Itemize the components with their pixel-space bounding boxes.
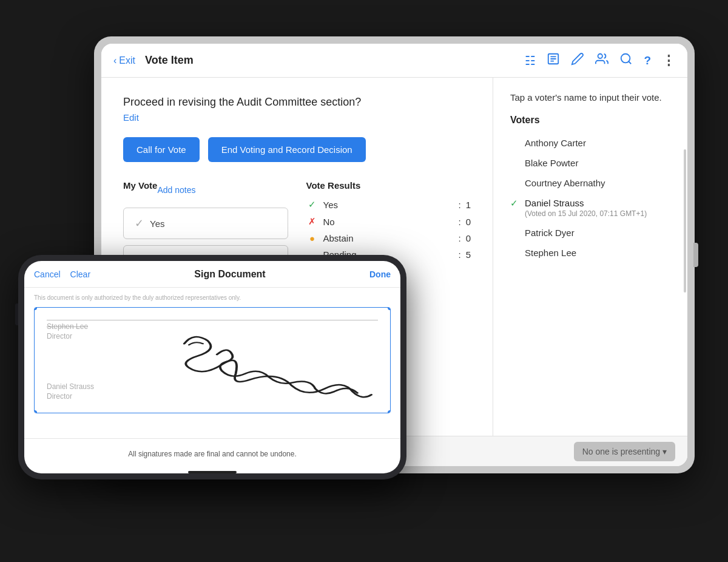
clear-button[interactable]: Clear (70, 269, 90, 279)
no-count: 0 (466, 217, 471, 227)
right-panel: Tap a voter's name to input their vote. … (493, 78, 687, 436)
my-vote-label: My Vote (123, 180, 157, 191)
svg-point-4 (598, 54, 602, 58)
chevron-left-icon: ‹ (113, 55, 116, 66)
abstain-count: 0 (466, 233, 471, 243)
phone-footer-text: All signatures made are final and cannot… (128, 450, 297, 458)
scrollbar (684, 149, 686, 293)
action-buttons: Call for Vote End Voting and Record Deci… (123, 137, 471, 162)
question-text: Proceed in revising the Audit Committee … (123, 96, 471, 109)
voter-name: Blake Powter (525, 158, 578, 168)
voter-name: Stephen Lee (525, 248, 576, 258)
call-for-vote-button[interactable]: Call for Vote (123, 137, 200, 162)
voter-item-stephen[interactable]: Stephen Lee (510, 243, 670, 263)
yes-result-label: Yes (323, 200, 454, 210)
result-abstain: ● Abstain : 0 (306, 233, 471, 243)
phone-footer: All signatures made are final and cannot… (24, 438, 400, 469)
phone-screen: Cancel Clear Sign Document Done This doc… (24, 261, 400, 473)
users-icon[interactable] (595, 52, 608, 69)
phone-disclaimer: This document is only authorized by the … (34, 294, 391, 302)
svg-point-5 (621, 54, 630, 63)
result-no: ✗ No : 0 (306, 216, 471, 227)
help-icon[interactable]: ? (644, 54, 651, 67)
pencil-icon[interactable] (571, 52, 584, 69)
voters-label: Voters (510, 115, 670, 126)
phone-device: Cancel Clear Sign Document Done This doc… (18, 255, 406, 479)
voter-hint: Tap a voter's name to input their vote. (510, 92, 670, 103)
phone-body: This document is only authorized by the … (24, 288, 400, 438)
page-title: Vote Item (145, 54, 194, 67)
voter-name: Anthony Carter (525, 138, 586, 148)
edit-link[interactable]: Edit (123, 112, 471, 123)
voter-item-courtney[interactable]: Courtney Abernathy (510, 173, 670, 193)
no-result-label: No (323, 217, 454, 227)
back-label: Exit (119, 55, 135, 66)
voter-voted-time: (Voted on 15 Jul 2020, 07:11 GMT+1) (525, 209, 670, 218)
header-icons: ☷ (525, 52, 675, 69)
presenting-button[interactable]: No one is presenting ▾ (574, 442, 675, 461)
result-yes: ✓ Yes : 1 (306, 199, 471, 210)
search-icon[interactable] (619, 52, 633, 69)
signature-drawing (35, 308, 390, 413)
checkmark-icon: ✓ (135, 217, 144, 230)
voter-name: Daniel Strauss (525, 198, 584, 208)
yes-label: Yes (150, 218, 164, 229)
vote-results-label: Vote Results (306, 180, 471, 191)
home-bar (188, 471, 237, 473)
pending-count: 5 (466, 249, 471, 260)
voter-name: Courtney Abernathy (525, 178, 605, 188)
yes-result-icon: ✓ (306, 199, 318, 210)
voter-item-patrick[interactable]: Patrick Dyer (510, 223, 670, 243)
signature-area[interactable]: Stephen Lee Director Daniel Strauss Dire… (34, 307, 391, 413)
vote-yes-option[interactable]: ✓ Yes (123, 208, 288, 239)
more-icon[interactable]: ⋮ (662, 53, 675, 69)
back-button[interactable]: ‹ Exit (113, 55, 135, 66)
phone-header: Cancel Clear Sign Document Done (24, 261, 400, 288)
voter-item-daniel[interactable]: ✓ Daniel Strauss (Voted on 15 Jul 2020, … (510, 193, 670, 223)
header-bar: ‹ Exit Vote Item ☷ (101, 44, 687, 78)
cancel-button[interactable]: Cancel (34, 269, 61, 279)
voter-item-anthony[interactable]: Anthony Carter (510, 133, 670, 153)
done-button[interactable]: Done (369, 269, 391, 279)
yes-count: 1 (466, 200, 471, 210)
voted-checkmark-icon: ✓ (510, 198, 518, 209)
phone-side-button (15, 303, 18, 325)
abstain-result-icon: ● (306, 233, 318, 243)
voter-name: Patrick Dyer (525, 228, 575, 238)
abstain-result-label: Abstain (323, 233, 454, 243)
annotate-icon[interactable] (547, 52, 560, 69)
phone-title: Sign Document (90, 269, 369, 280)
tablet-nub (693, 243, 698, 267)
list-icon[interactable]: ☷ (525, 53, 536, 68)
end-voting-button[interactable]: End Voting and Record Decision (208, 137, 366, 162)
no-result-icon: ✗ (306, 216, 318, 227)
voter-item-blake[interactable]: Blake Powter (510, 153, 670, 173)
add-notes-link[interactable]: Add notes (157, 185, 195, 195)
